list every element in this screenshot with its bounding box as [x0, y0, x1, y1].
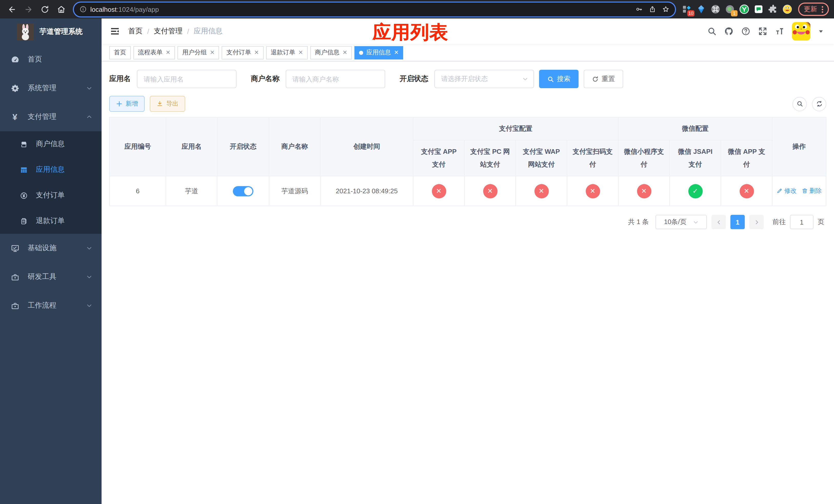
extension-tampermonkey-icon[interactable]: 10 [681, 4, 693, 15]
goto-page-input[interactable] [790, 215, 813, 229]
open-status-label: 开启状态 [399, 74, 428, 84]
close-icon[interactable]: ✕ [298, 49, 303, 56]
sidebar-collapse-icon[interactable] [110, 26, 120, 37]
extension-yuque-icon[interactable] [739, 4, 750, 15]
breadcrumb: 首页 / 支付管理 / 应用信息 [128, 27, 223, 36]
edit-link[interactable]: 修改 [776, 187, 796, 196]
wechat-mini-status-icon [637, 184, 651, 198]
col-alipay-pc: 支付宝 PC 网站支付 [464, 140, 516, 176]
github-icon[interactable] [724, 27, 733, 36]
refresh-table-button[interactable] [812, 97, 826, 111]
open-status-select[interactable]: 请选择开启状态 [435, 70, 534, 88]
breadcrumb-payment[interactable]: 支付管理 [154, 27, 182, 36]
top-navbar: 首页 / 支付管理 / 应用信息 [102, 19, 834, 44]
font-size-icon[interactable] [775, 27, 784, 36]
chrome-update-button[interactable]: 更新 [798, 3, 829, 16]
breadcrumb-home[interactable]: 首页 [128, 27, 142, 36]
sidebar-item-label: 支付管理 [28, 112, 57, 121]
merchant-name-input[interactable] [286, 70, 385, 88]
open-status-toggle[interactable] [233, 186, 254, 196]
chevron-down-icon [86, 302, 92, 308]
close-icon[interactable]: ✕ [166, 49, 170, 56]
col-wechat-jsapi: 微信 JSAPI 支付 [670, 140, 721, 176]
sidebar-item-system[interactable]: 系统管理 [0, 74, 102, 102]
tag-app-info[interactable]: 应用信息✕ [354, 46, 403, 59]
tag-process-form[interactable]: 流程表单✕ [133, 46, 175, 59]
sidebar-item-refund-orders[interactable]: 退款订单 [0, 208, 102, 234]
share-icon[interactable] [649, 6, 656, 13]
yen-circle-icon [20, 191, 28, 199]
page-title-annotation: 应用列表 [372, 20, 448, 45]
close-icon[interactable]: ✕ [254, 49, 259, 56]
next-page-button[interactable] [749, 215, 764, 229]
app-name-input[interactable] [137, 70, 237, 88]
page-size-select[interactable]: 10条/页 [656, 215, 707, 229]
fullscreen-icon[interactable] [758, 27, 767, 36]
tag-merchant-info[interactable]: 商户信息✕ [310, 46, 352, 59]
extension-emoji-icon[interactable] [782, 4, 793, 15]
search-icon[interactable] [707, 27, 717, 36]
tag-home[interactable]: 首页 [109, 46, 131, 59]
pagination: 共 1 条 10条/页 1 前往 页 [109, 215, 826, 229]
browser-menu-icon[interactable] [822, 6, 823, 13]
tag-user-group[interactable]: 用户分组✕ [177, 46, 219, 59]
yen-icon: ¥ [10, 112, 20, 121]
delete-link[interactable]: 删除 [802, 187, 822, 196]
extension-balloon-icon[interactable] [696, 4, 707, 15]
sidebar-item-infrastructure[interactable]: 基础设施 [0, 234, 102, 262]
site-info-icon[interactable] [80, 6, 87, 13]
back-button[interactable] [5, 3, 19, 16]
forward-button[interactable] [22, 3, 35, 16]
sidebar-item-label: 商户信息 [36, 139, 65, 149]
wechat-app-status-icon [739, 184, 754, 198]
sidebar-item-workflow[interactable]: 工作流程 [0, 291, 102, 320]
download-icon [156, 100, 163, 107]
refresh-icon [592, 76, 598, 82]
sidebar-item-home[interactable]: 首页 [0, 45, 102, 74]
app-logo [17, 23, 34, 40]
extension-proxy-icon[interactable]: 1 [724, 4, 736, 15]
app-name-label: 应用名 [109, 74, 131, 84]
search-button[interactable]: 搜索 [539, 70, 578, 88]
sidebar-item-pay-orders[interactable]: 支付订单 [0, 183, 102, 208]
payment-submenu: 商户信息 应用信息 支付订单 [0, 131, 102, 234]
col-group-wechat: 微信配置 [618, 117, 772, 140]
bookmark-star-icon[interactable] [662, 6, 670, 13]
close-icon[interactable]: ✕ [343, 49, 347, 56]
tag-refund-orders[interactable]: 退款订单✕ [266, 46, 307, 59]
avatar-caret-icon[interactable] [818, 28, 824, 34]
address-bar[interactable]: localhost:1024/pay/app [74, 2, 675, 16]
extension-command-icon[interactable] [710, 4, 721, 15]
sidebar-item-app-info[interactable]: 应用信息 [0, 157, 102, 183]
col-merchant-name: 商户名称 [269, 117, 320, 176]
sidebar-item-payment[interactable]: ¥ 支付管理 [0, 102, 102, 131]
app-logo-row[interactable]: 芋道管理系统 [0, 19, 102, 45]
chevron-down-icon [86, 245, 92, 251]
sidebar-item-dev-tools[interactable]: 研发工具 [0, 262, 102, 291]
page-1-button[interactable]: 1 [730, 215, 745, 229]
user-avatar[interactable] [792, 22, 810, 41]
sidebar-item-label: 首页 [28, 55, 42, 64]
sidebar-item-label: 基础设施 [28, 244, 57, 253]
home-button[interactable] [54, 3, 68, 16]
cell-app-id: 6 [110, 176, 166, 206]
monitor-check-icon [10, 244, 20, 253]
close-icon[interactable]: ✕ [210, 49, 214, 56]
add-button[interactable]: 新增 [109, 96, 145, 112]
prev-page-button[interactable] [711, 215, 726, 229]
reload-button[interactable] [38, 3, 51, 16]
extension-chat-icon[interactable] [753, 4, 764, 15]
password-key-icon[interactable] [636, 6, 643, 13]
toolbox-icon [10, 272, 20, 281]
col-wechat-app: 微信 APP 支付 [721, 140, 772, 176]
extensions-puzzle-icon[interactable] [767, 4, 778, 15]
grid-table-icon [20, 166, 28, 174]
export-button[interactable]: 导出 [150, 96, 185, 112]
browser-toolbar: localhost:1024/pay/app 10 1 [0, 0, 834, 19]
toggle-search-button[interactable] [792, 97, 807, 111]
help-icon[interactable] [741, 27, 750, 36]
close-icon[interactable]: ✕ [394, 49, 398, 56]
sidebar-item-merchant-info[interactable]: 商户信息 [0, 131, 102, 157]
reset-button[interactable]: 重置 [584, 70, 623, 88]
tag-pay-orders[interactable]: 支付订单✕ [222, 46, 263, 59]
